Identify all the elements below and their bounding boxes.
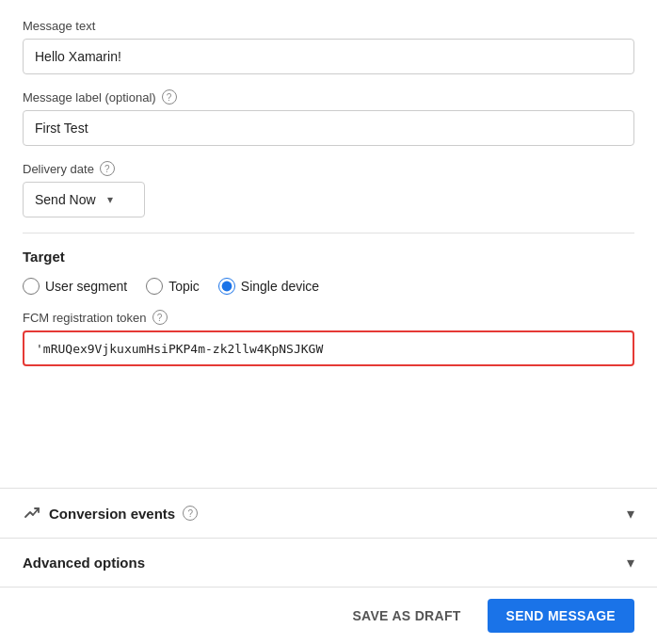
advanced-options-chevron: ▾	[627, 554, 634, 572]
footer-bar: SAVE AS DRAFT SEND MESSAGE	[0, 587, 657, 644]
conversion-events-header[interactable]: Conversion events ? ▾	[23, 504, 634, 523]
target-section: Target User segment Topic Single device …	[23, 249, 634, 366]
conversion-events-left: Conversion events ?	[23, 504, 198, 523]
save-draft-button[interactable]: SAVE AS DRAFT	[337, 599, 475, 633]
advanced-options-header[interactable]: Advanced options ▾	[23, 554, 634, 572]
dropdown-arrow-icon: ▾	[107, 193, 113, 206]
advanced-options-title: Advanced options	[23, 555, 145, 571]
message-label-input[interactable]	[23, 110, 634, 146]
radio-user-segment-input[interactable]	[23, 278, 40, 295]
radio-user-segment[interactable]: User segment	[23, 278, 127, 295]
message-text-label: Message text	[23, 19, 634, 33]
delivery-date-value: Send Now	[35, 192, 96, 207]
conversion-events-chevron: ▾	[627, 505, 634, 523]
message-label-group: Message label (optional) ?	[23, 89, 634, 146]
conversion-events-help-icon[interactable]: ?	[183, 506, 198, 521]
radio-topic-input[interactable]	[146, 278, 163, 295]
fcm-token-help-icon[interactable]: ?	[152, 310, 168, 325]
delivery-date-help-icon[interactable]: ?	[100, 161, 115, 176]
radio-topic[interactable]: Topic	[146, 278, 200, 295]
radio-single-device[interactable]: Single device	[218, 278, 319, 295]
message-label-help-icon[interactable]: ?	[162, 89, 177, 105]
advanced-options-section: Advanced options ▾	[0, 538, 657, 587]
fcm-token-input[interactable]	[23, 330, 634, 366]
message-text-input[interactable]	[23, 39, 634, 74]
delivery-date-btn[interactable]: Send Now ▾	[23, 182, 145, 217]
radio-topic-label: Topic	[168, 279, 200, 294]
delivery-date-group: Delivery date ? Send Now ▾	[23, 161, 634, 217]
message-label-label: Message label (optional) ?	[23, 89, 634, 105]
advanced-options-left: Advanced options	[23, 555, 145, 571]
radio-single-device-label: Single device	[241, 279, 319, 294]
conversion-events-title: Conversion events	[49, 506, 175, 522]
section-divider-1	[23, 233, 634, 233]
conversion-events-icon	[23, 504, 41, 523]
delivery-date-dropdown[interactable]: Send Now ▾	[23, 182, 145, 217]
target-radio-group: User segment Topic Single device	[23, 278, 634, 295]
radio-user-segment-label: User segment	[45, 279, 127, 294]
delivery-date-label: Delivery date ?	[23, 161, 634, 176]
send-message-button[interactable]: SEND MESSAGE	[488, 599, 634, 633]
message-text-group: Message text	[23, 19, 634, 74]
conversion-events-section: Conversion events ? ▾	[0, 488, 657, 538]
radio-single-device-input[interactable]	[218, 278, 235, 295]
target-section-title: Target	[23, 249, 634, 265]
fcm-token-label: FCM registration token ?	[23, 310, 634, 325]
fcm-token-group: FCM registration token ?	[23, 310, 634, 366]
